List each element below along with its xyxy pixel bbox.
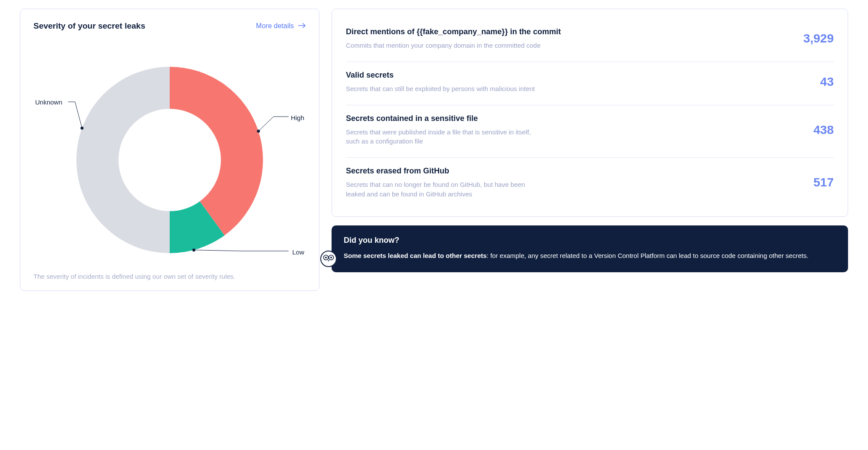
- stat-title: Secrets erased from GitHub: [346, 166, 806, 176]
- info-body-bold: Some secrets leaked can lead to other se…: [344, 252, 487, 259]
- stat-row: Direct mentions of {{fake_company_name}}…: [346, 19, 834, 62]
- donut-label-unknown: Unknown: [35, 98, 62, 106]
- stat-desc: Secrets that can still be exploited by p…: [346, 84, 546, 94]
- owl-icon: [320, 251, 337, 269]
- svg-point-3: [321, 251, 336, 267]
- info-title: Did you know?: [344, 236, 836, 245]
- info-body: Some secrets leaked can lead to other se…: [344, 251, 836, 261]
- stat-desc: Secrets that were published inside a fil…: [346, 127, 546, 147]
- donut-label-high: High: [291, 114, 304, 121]
- stat-value: 517: [813, 176, 834, 189]
- more-details-link[interactable]: More details: [256, 22, 306, 30]
- svg-point-1: [192, 248, 195, 251]
- more-details-label: More details: [256, 22, 294, 30]
- stat-row: Secrets erased from GitHub Secrets that …: [346, 158, 834, 210]
- svg-point-2: [80, 127, 83, 130]
- info-body-rest: : for example, any secret related to a V…: [487, 252, 808, 259]
- stat-desc: Secrets that can no longer be found on G…: [346, 180, 546, 199]
- stat-row: Valid secrets Secrets that can still be …: [346, 62, 834, 105]
- severity-caption: The severity of incidents is defined usi…: [33, 273, 306, 280]
- svg-point-0: [257, 130, 260, 133]
- stat-title: Direct mentions of {{fake_company_name}}…: [346, 27, 796, 36]
- stat-title: Valid secrets: [346, 71, 812, 80]
- severity-header: Severity of your secret leaks More detai…: [33, 21, 306, 31]
- svg-point-7: [330, 257, 332, 258]
- donut-label-low: Low: [292, 248, 304, 256]
- severity-donut-chart: Unknown High Low: [33, 34, 306, 268]
- did-you-know-card: Did you know? Some secrets leaked can le…: [332, 225, 848, 273]
- severity-title: Severity of your secret leaks: [33, 21, 145, 31]
- stats-card: Direct mentions of {{fake_company_name}}…: [332, 9, 848, 217]
- severity-card: Severity of your secret leaks More detai…: [20, 9, 319, 291]
- stat-title: Secrets contained in a sensitive file: [346, 114, 806, 123]
- arrow-right-icon: [298, 22, 306, 30]
- stat-row: Secrets contained in a sensitive file Se…: [346, 105, 834, 158]
- stat-desc: Commits that mention your company domain…: [346, 41, 546, 50]
- svg-point-6: [325, 257, 327, 258]
- stat-value: 438: [813, 123, 834, 137]
- stat-value: 3,929: [803, 32, 834, 46]
- stat-value: 43: [820, 75, 834, 89]
